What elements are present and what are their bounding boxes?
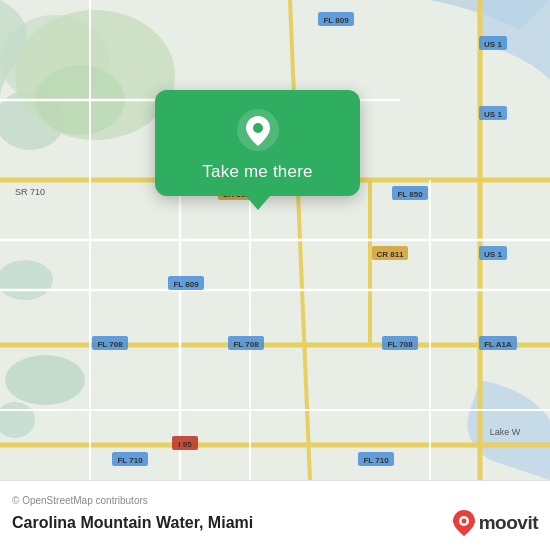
svg-text:FL 809: FL 809: [323, 16, 349, 25]
svg-text:FL 809: FL 809: [173, 280, 199, 289]
location-popup: Take me there: [155, 90, 360, 196]
svg-text:US 1: US 1: [484, 40, 502, 49]
location-row: Carolina Mountain Water, Miami moovit: [12, 510, 538, 536]
svg-text:US 1: US 1: [484, 250, 502, 259]
svg-text:FL 850: FL 850: [397, 190, 423, 199]
svg-text:Lake W: Lake W: [490, 427, 521, 437]
copyright-text: © OpenStreetMap contributors: [12, 495, 538, 506]
svg-point-55: [253, 123, 263, 133]
svg-point-57: [461, 519, 466, 524]
location-name: Carolina Mountain Water, Miami: [12, 514, 253, 532]
svg-text:FL 708: FL 708: [97, 340, 123, 349]
svg-text:US 1: US 1: [484, 110, 502, 119]
bottom-bar: © OpenStreetMap contributors Carolina Mo…: [0, 480, 550, 550]
moovit-pin-icon: [453, 510, 475, 536]
location-pin-icon: [236, 108, 280, 152]
svg-text:FL 708: FL 708: [233, 340, 259, 349]
moovit-logo: moovit: [453, 510, 538, 536]
take-me-there-button[interactable]: Take me there: [202, 162, 312, 182]
svg-text:FL A1A: FL A1A: [484, 340, 512, 349]
svg-text:I 95: I 95: [178, 440, 192, 449]
svg-text:CR 811: CR 811: [376, 250, 404, 259]
svg-point-4: [5, 355, 85, 405]
moovit-brand-text: moovit: [479, 512, 538, 534]
svg-text:FL 710: FL 710: [363, 456, 389, 465]
map-view[interactable]: FL 809 US 1 US 1 SR 710 CR 809 FL 850 FL…: [0, 0, 550, 480]
svg-text:SR 710: SR 710: [15, 187, 45, 197]
svg-text:FL 708: FL 708: [387, 340, 413, 349]
svg-text:FL 710: FL 710: [117, 456, 143, 465]
